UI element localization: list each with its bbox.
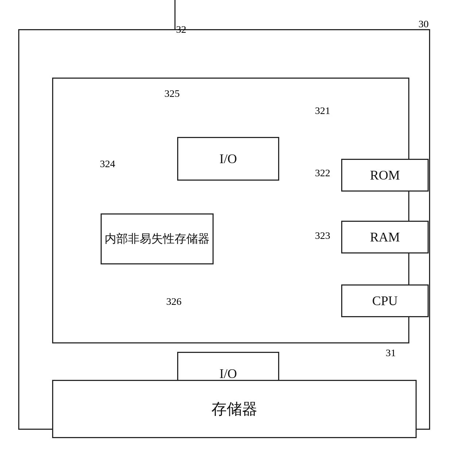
ref-32-label: 32 bbox=[176, 24, 186, 35]
cpu-label: CPU bbox=[372, 293, 398, 308]
io-top-label: I/O bbox=[219, 151, 237, 166]
storage-label: 存储器 bbox=[211, 399, 257, 419]
box-31-storage: 存储器 bbox=[52, 380, 417, 438]
box-323-cpu: CPU bbox=[341, 284, 429, 317]
ref-321-label: 321 bbox=[315, 105, 330, 117]
box-321-rom: ROM bbox=[341, 159, 429, 192]
diagram-container: 30 32 325 I/O 321 ROM 322 RAM bbox=[0, 0, 452, 476]
internal-mem-label: 内部非易失性存储器 bbox=[105, 231, 210, 247]
ref-322-label: 322 bbox=[315, 167, 330, 179]
box-324-internal-mem: 内部非易失性存储器 bbox=[101, 213, 214, 264]
box-325-io-top: I/O bbox=[177, 137, 279, 181]
ref-325-label: 325 bbox=[164, 88, 180, 99]
box-322-ram: RAM bbox=[341, 221, 429, 253]
rom-label: ROM bbox=[370, 168, 400, 183]
io-bottom-label: I/O bbox=[219, 366, 237, 381]
ram-label: RAM bbox=[370, 229, 400, 245]
box-32: 325 I/O 321 ROM 322 RAM 323 CPU bbox=[52, 78, 409, 343]
box-30: 32 325 I/O 321 ROM 322 RAM 323 bbox=[18, 29, 430, 430]
ref-326-label: 326 bbox=[166, 296, 182, 307]
ref-324-label: 324 bbox=[100, 158, 115, 170]
ref-31-label: 31 bbox=[386, 347, 396, 359]
ref-30-label: 30 bbox=[418, 18, 429, 30]
ref-323-label: 323 bbox=[315, 230, 330, 241]
